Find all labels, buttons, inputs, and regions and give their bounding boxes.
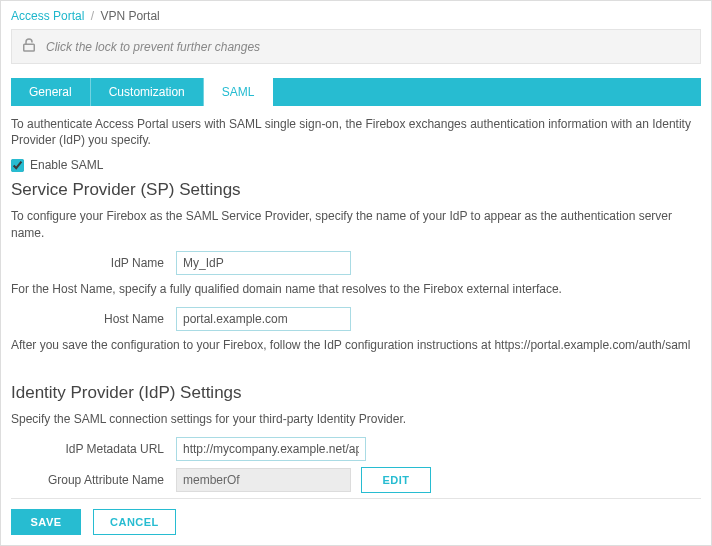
svg-rect-0 bbox=[24, 44, 35, 51]
cancel-button[interactable]: CANCEL bbox=[93, 509, 176, 535]
group-attribute-row: Group Attribute Name EDIT bbox=[11, 467, 701, 493]
sp-after-save-text: After you save the configuration to your… bbox=[11, 337, 701, 353]
tab-saml[interactable]: SAML bbox=[204, 78, 274, 106]
breadcrumb-separator: / bbox=[91, 9, 94, 23]
idp-settings-desc: Specify the SAML connection settings for… bbox=[11, 411, 701, 427]
breadcrumb-parent-link[interactable]: Access Portal bbox=[11, 9, 84, 23]
host-name-label: Host Name bbox=[11, 312, 176, 326]
tab-general[interactable]: General bbox=[11, 78, 91, 106]
enable-saml-checkbox[interactable] bbox=[11, 159, 24, 172]
idp-metadata-input[interactable] bbox=[176, 437, 366, 461]
tab-customization[interactable]: Customization bbox=[91, 78, 204, 106]
host-name-row: Host Name bbox=[11, 307, 701, 331]
enable-saml-label: Enable SAML bbox=[30, 158, 103, 172]
idp-metadata-row: IdP Metadata URL bbox=[11, 437, 701, 461]
enable-saml-row: Enable SAML bbox=[11, 158, 701, 172]
breadcrumb-current: VPN Portal bbox=[100, 9, 159, 23]
idp-settings-heading: Identity Provider (IdP) Settings bbox=[11, 383, 701, 403]
lock-message: Click the lock to prevent further change… bbox=[46, 40, 260, 54]
save-button[interactable]: SAVE bbox=[11, 509, 81, 535]
idp-name-input[interactable] bbox=[176, 251, 351, 275]
tab-strip: General Customization SAML bbox=[11, 78, 701, 106]
sp-settings-desc: To configure your Firebox as the SAML Se… bbox=[11, 208, 701, 240]
breadcrumb: Access Portal / VPN Portal bbox=[11, 9, 701, 23]
lock-bar: Click the lock to prevent further change… bbox=[11, 29, 701, 64]
host-name-input[interactable] bbox=[176, 307, 351, 331]
lock-icon[interactable] bbox=[20, 36, 38, 57]
group-attribute-label: Group Attribute Name bbox=[11, 473, 176, 487]
idp-name-label: IdP Name bbox=[11, 256, 176, 270]
group-attribute-input bbox=[176, 468, 351, 492]
edit-group-attribute-button[interactable]: EDIT bbox=[361, 467, 431, 493]
idp-metadata-label: IdP Metadata URL bbox=[11, 442, 176, 456]
footer-actions: SAVE CANCEL bbox=[11, 498, 701, 535]
host-name-desc: For the Host Name, specify a fully quali… bbox=[11, 281, 701, 297]
sp-settings-heading: Service Provider (SP) Settings bbox=[11, 180, 701, 200]
idp-name-row: IdP Name bbox=[11, 251, 701, 275]
saml-intro-text: To authenticate Access Portal users with… bbox=[11, 116, 701, 148]
